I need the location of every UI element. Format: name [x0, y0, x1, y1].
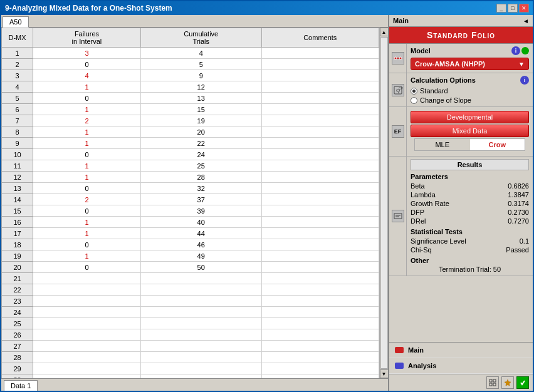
table-row[interactable]: 9122 — [2, 138, 379, 149]
failures-cell[interactable] — [33, 318, 141, 329]
crow-tab[interactable]: Crow — [470, 139, 525, 150]
comments-cell[interactable] — [261, 273, 379, 284]
comments-cell[interactable] — [261, 160, 379, 172]
star-icon[interactable] — [501, 376, 514, 389]
failures-cell[interactable]: 2 — [33, 194, 141, 205]
minimize-button[interactable]: _ — [496, 4, 506, 13]
table-row[interactable]: 16140 — [2, 217, 379, 228]
trials-cell[interactable] — [140, 307, 261, 318]
comments-cell[interactable] — [261, 149, 379, 160]
comments-cell[interactable] — [261, 205, 379, 217]
bottom-nav-main[interactable]: Main — [389, 343, 533, 358]
trials-cell[interactable] — [140, 284, 261, 296]
table-row[interactable]: 17144 — [2, 228, 379, 239]
failures-cell[interactable]: 1 — [33, 81, 141, 93]
failures-cell[interactable]: 0 — [33, 149, 141, 160]
table-row[interactable]: 26 — [2, 329, 379, 341]
trials-cell[interactable] — [140, 341, 261, 352]
comments-cell[interactable] — [261, 318, 379, 329]
comments-cell[interactable] — [261, 172, 379, 183]
trials-cell[interactable] — [140, 374, 261, 379]
trials-cell[interactable]: 46 — [140, 239, 261, 250]
comments-cell[interactable] — [261, 329, 379, 341]
failures-cell[interactable]: 1 — [33, 228, 141, 239]
table-row[interactable]: 21 — [2, 273, 379, 284]
trials-cell[interactable]: 13 — [140, 93, 261, 104]
model-dropdown[interactable]: Crow-AMSAA (NHPP) ▼ — [411, 58, 529, 70]
comments-cell[interactable] — [261, 126, 379, 138]
failures-cell[interactable]: 1 — [33, 217, 141, 228]
comments-cell[interactable] — [261, 183, 379, 194]
comments-cell[interactable] — [261, 363, 379, 374]
failures-cell[interactable] — [33, 273, 141, 284]
bottom-tab-data1[interactable]: Data 1 — [4, 380, 38, 391]
trials-cell[interactable]: 44 — [140, 228, 261, 239]
comments-cell[interactable] — [261, 217, 379, 228]
failures-cell[interactable] — [33, 352, 141, 363]
table-row[interactable]: 15039 — [2, 205, 379, 217]
mixed-data-button[interactable]: Mixed Data — [411, 125, 529, 137]
trials-cell[interactable]: 39 — [140, 205, 261, 217]
trials-cell[interactable]: 32 — [140, 183, 261, 194]
failures-cell[interactable] — [33, 307, 141, 318]
comments-cell[interactable] — [261, 194, 379, 205]
trials-cell[interactable]: 19 — [140, 115, 261, 126]
trials-cell[interactable]: 20 — [140, 126, 261, 138]
failures-cell[interactable]: 1 — [33, 126, 141, 138]
bottom-nav-analysis[interactable]: Analysis — [389, 358, 533, 374]
failures-cell[interactable]: 0 — [33, 205, 141, 217]
table-row[interactable]: 24 — [2, 307, 379, 318]
table-row[interactable]: 205 — [2, 59, 379, 70]
tab-a50[interactable]: A50 — [3, 16, 29, 28]
comments-cell[interactable] — [261, 239, 379, 250]
failures-cell[interactable]: 1 — [33, 160, 141, 172]
trials-cell[interactable]: 49 — [140, 250, 261, 262]
failures-cell[interactable] — [33, 341, 141, 352]
failures-cell[interactable]: 0 — [33, 239, 141, 250]
comments-cell[interactable] — [261, 228, 379, 239]
comments-cell[interactable] — [261, 307, 379, 318]
failures-cell[interactable]: 0 — [33, 59, 141, 70]
close-button[interactable]: ✕ — [519, 4, 529, 13]
trials-cell[interactable]: 25 — [140, 160, 261, 172]
table-row[interactable]: 18046 — [2, 239, 379, 250]
table-row[interactable]: 5013 — [2, 93, 379, 104]
developmental-button[interactable]: Developmental — [411, 111, 529, 123]
failures-cell[interactable] — [33, 374, 141, 379]
comments-cell[interactable] — [261, 341, 379, 352]
trials-cell[interactable]: 9 — [140, 70, 261, 81]
table-row[interactable]: 13032 — [2, 183, 379, 194]
trials-cell[interactable]: 28 — [140, 172, 261, 183]
table-row[interactable]: 4112 — [2, 81, 379, 93]
failures-cell[interactable]: 0 — [33, 183, 141, 194]
table-row[interactable]: 349 — [2, 70, 379, 81]
table-row[interactable]: 20050 — [2, 262, 379, 273]
comments-cell[interactable] — [261, 284, 379, 296]
failures-cell[interactable]: 4 — [33, 70, 141, 81]
table-row[interactable]: 23 — [2, 296, 379, 307]
comments-cell[interactable] — [261, 81, 379, 93]
trials-cell[interactable]: 24 — [140, 149, 261, 160]
table-row[interactable]: 25 — [2, 318, 379, 329]
table-row[interactable]: 30 — [2, 374, 379, 379]
comments-cell[interactable] — [261, 59, 379, 70]
scroll-up-arrow[interactable]: ▲ — [380, 28, 389, 36]
failures-cell[interactable]: 3 — [33, 48, 141, 59]
comments-cell[interactable] — [261, 250, 379, 262]
trials-cell[interactable] — [140, 352, 261, 363]
table-row[interactable]: 134 — [2, 48, 379, 59]
table-row[interactable]: 7219 — [2, 115, 379, 126]
comments-cell[interactable] — [261, 296, 379, 307]
table-row[interactable]: 11125 — [2, 160, 379, 172]
comments-cell[interactable] — [261, 138, 379, 149]
table-row[interactable]: 10024 — [2, 149, 379, 160]
failures-cell[interactable] — [33, 296, 141, 307]
trials-cell[interactable]: 37 — [140, 194, 261, 205]
failures-cell[interactable]: 1 — [33, 104, 141, 115]
radio-change-of-slope[interactable]: Change of Slope — [411, 96, 529, 104]
table-row[interactable]: 8120 — [2, 126, 379, 138]
table-row[interactable]: 6115 — [2, 104, 379, 115]
table-row[interactable]: 28 — [2, 352, 379, 363]
comments-cell[interactable] — [261, 104, 379, 115]
trials-cell[interactable]: 12 — [140, 81, 261, 93]
